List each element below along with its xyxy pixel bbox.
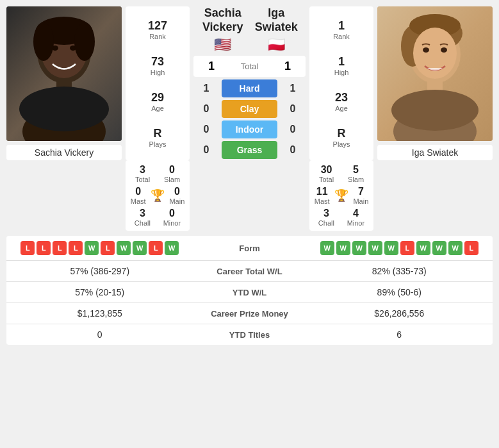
right-total-slam: 30 Total 5 Slam [312, 164, 371, 183]
svg-point-17 [391, 90, 479, 131]
right-trophy-icon: 🏆 [334, 188, 348, 203]
svg-point-5 [19, 87, 109, 131]
form-badge-left: W [165, 241, 179, 255]
prize-left: $1,123,855 [14, 308, 186, 319]
prize-row: $1,123,855 Career Prize Money $26,286,55… [6, 303, 493, 324]
clay-btn[interactable]: Clay [222, 100, 277, 118]
total-row: 1 Total 1 [193, 56, 306, 77]
left-high: 73 High [151, 55, 165, 76]
left-main-stat: 0 Main [169, 186, 184, 205]
left-chall-minor: 3 Chall 0 Minor [128, 208, 187, 227]
indoor-left-score: 0 [193, 124, 219, 135]
grass-right-score: 0 [280, 144, 306, 156]
left-rank: 127 Rank [148, 19, 167, 40]
career-wl-row: 57% (386-297) Career Total W/L 82% (335-… [6, 261, 493, 282]
center-block: Sachia Vickery 🇺🇸 Iga Swiatek 🇵🇱 1 Total [193, 6, 306, 160]
left-trophy-icon: 🏆 [151, 188, 165, 203]
form-badge-left: L [101, 241, 115, 255]
left-career-outer [6, 160, 122, 231]
left-mast-stat: 0 Mast [131, 186, 146, 205]
right-total-stat: 30 Total [319, 164, 334, 183]
left-minor-stat: 0 Minor [163, 208, 181, 227]
left-flag: 🇺🇸 [196, 37, 250, 53]
ytd-wl-right: 89% (50-6) [314, 287, 486, 297]
svg-point-11 [74, 22, 95, 61]
form-badge-right: W [384, 241, 398, 255]
left-player-image [6, 6, 122, 141]
hard-btn[interactable]: Hard [222, 79, 277, 97]
right-career-card: 30 Total 5 Slam 11 Mast 🏆 7 Main [309, 160, 373, 231]
form-badge-left: W [85, 241, 99, 255]
right-main-stat: 7 Main [353, 186, 368, 205]
form-badge-left: L [53, 241, 67, 255]
ytd-wl-row: 57% (20-15) YTD W/L 89% (50-6) [6, 282, 493, 303]
left-slam-stat: 0 Slam [164, 164, 180, 183]
ytd-titles-left: 0 [14, 329, 186, 340]
career-wl-label: Career Total W/L [186, 267, 314, 276]
career-wl-left: 57% (386-297) [14, 266, 186, 276]
left-stats-card: 127 Rank 73 High 29 Age R Plays [126, 6, 190, 160]
left-form-badges: LLLLWLWWLW [14, 241, 186, 255]
form-label: Form [186, 244, 314, 253]
ytd-wl-label: YTD W/L [186, 288, 314, 297]
clay-right-score: 0 [280, 103, 306, 115]
ytd-titles-row: 0 YTD Titles 6 [6, 324, 493, 345]
form-badge-right: W [352, 241, 366, 255]
right-player-name-below: Iga Swiatek [377, 145, 493, 160]
svg-point-22 [423, 47, 429, 53]
form-row: LLLLWLWWLW Form WWWWWLWWWL [6, 236, 493, 261]
center-filler [193, 160, 306, 231]
left-plays: R Plays [149, 127, 167, 148]
right-slam-stat: 5 Slam [348, 164, 364, 183]
left-player-photo [6, 6, 122, 141]
form-badge-right: W [448, 241, 462, 255]
form-badge-left: L [149, 241, 163, 255]
form-badge-left: W [117, 241, 131, 255]
form-badge-right: L [464, 241, 479, 255]
right-age: 23 Age [335, 91, 348, 112]
form-badge-right: W [336, 241, 350, 255]
grass-btn[interactable]: Grass [222, 141, 277, 159]
form-badge-right: W [368, 241, 382, 255]
left-player-photo-block: Sachia Vickery [6, 6, 122, 160]
total-left-score: 1 [199, 60, 224, 73]
left-age: 29 Age [151, 91, 164, 112]
left-total-slam: 3 Total 0 Slam [128, 164, 187, 183]
career-stats-row: 3 Total 0 Slam 0 Mast 🏆 0 Main [6, 160, 493, 231]
hard-left-score: 1 [193, 83, 219, 94]
svg-point-21 [413, 28, 457, 79]
clay-left-score: 0 [193, 103, 219, 115]
right-player-title: Iga Swiatek 🇵🇱 [250, 6, 304, 53]
right-stats-card: 1 Rank 1 High 23 Age R Plays [309, 6, 373, 160]
grass-left-score: 0 [193, 144, 219, 156]
svg-point-23 [441, 47, 447, 53]
right-form-badges: WWWWWLWWWL [314, 241, 486, 255]
left-mast-main: 0 Mast 🏆 0 Main [128, 186, 187, 205]
left-player-title: Sachia Vickery 🇺🇸 [196, 6, 250, 53]
form-badge-left: W [133, 241, 147, 255]
ytd-wl-left: 57% (20-15) [14, 287, 186, 297]
right-chall-stat: 3 Chall [318, 208, 334, 227]
form-badge-right: W [432, 241, 446, 255]
form-badge-right: W [320, 241, 334, 255]
left-chall-stat: 3 Chall [135, 208, 151, 227]
right-high: 1 High [334, 55, 349, 76]
right-player-photo [377, 6, 493, 141]
career-wl-right: 82% (335-73) [314, 266, 486, 276]
total-label: Total [224, 62, 275, 71]
right-career-outer [377, 160, 493, 231]
indoor-row: 0 Indoor 0 [193, 120, 306, 138]
right-player-image [377, 6, 493, 141]
right-plays: R Plays [333, 127, 350, 148]
form-badge-left: L [20, 241, 35, 255]
left-total-stat: 3 Total [135, 164, 150, 183]
right-chall-minor: 3 Chall 4 Minor [312, 208, 371, 227]
left-career-card: 3 Total 0 Slam 0 Mast 🏆 0 Main [126, 160, 190, 231]
prize-label: Career Prize Money [186, 309, 314, 319]
form-badge-right: L [400, 241, 414, 255]
bottom-stats-section: LLLLWLWWLW Form WWWWWLWWWL 57% (386-297)… [6, 236, 493, 345]
grass-row: 0 Grass 0 [193, 141, 306, 159]
indoor-btn[interactable]: Indoor [222, 120, 277, 138]
right-minor-stat: 4 Minor [347, 208, 365, 227]
right-mast-main: 11 Mast 🏆 7 Main [312, 186, 371, 205]
